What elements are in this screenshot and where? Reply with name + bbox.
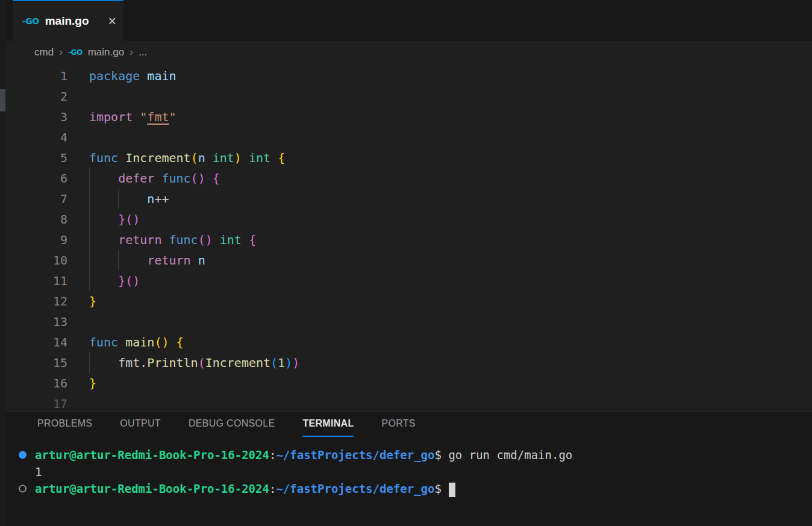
- terminal-text: artur@artur-Redmi-Book-Pro-16-2024: [35, 448, 269, 462]
- code-line[interactable]: 3import "fmt": [0, 107, 812, 127]
- line-number[interactable]: 10: [0, 250, 67, 271]
- line-number[interactable]: 15: [0, 352, 67, 373]
- terminal-text: :: [269, 448, 276, 462]
- code-line[interactable]: 1package main: [0, 66, 812, 86]
- terminal-line[interactable]: 1: [0, 463, 812, 480]
- code-line[interactable]: 13: [0, 312, 812, 332]
- panel-tab-terminal[interactable]: TERMINAL: [302, 412, 354, 437]
- code-text: fmt.Println(Increment(1)): [89, 352, 299, 373]
- terminal-text: ~/fastProjects/defer_go: [276, 448, 434, 462]
- line-number[interactable]: 8: [0, 209, 67, 230]
- go-file-icon: -GO: [22, 16, 39, 26]
- indent-guide: [118, 250, 119, 271]
- code-token: ++: [154, 192, 169, 206]
- terminal-cursor: [449, 483, 455, 497]
- go-file-icon: -GO: [68, 48, 83, 57]
- code-token: ): [285, 355, 292, 370]
- code-token: package: [89, 69, 140, 83]
- code-line[interactable]: 5func Increment(n int) int {: [0, 148, 812, 168]
- indent-guide: [89, 209, 90, 230]
- code-token: Increment: [125, 151, 190, 165]
- code-token: ": [140, 110, 147, 124]
- line-number[interactable]: 17: [0, 393, 67, 411]
- breadcrumb-item-file[interactable]: main.go: [88, 46, 124, 58]
- command-decoration-icon[interactable]: [19, 451, 27, 459]
- vscode-window: -GO main.go × cmd › -GO main.go › ... 1p…: [0, 0, 812, 526]
- code-line[interactable]: 11 }(): [0, 271, 812, 291]
- terminal[interactable]: artur@artur-Redmi-Book-Pro-16-2024:~/fas…: [0, 437, 812, 497]
- code-line[interactable]: 8 }(): [0, 209, 812, 230]
- panel-tab-debug-console[interactable]: DEBUG CONSOLE: [189, 412, 275, 437]
- code-line[interactable]: 2: [0, 86, 812, 107]
- chevron-right-icon: ›: [59, 46, 63, 58]
- code-token: [191, 253, 198, 268]
- code-editor[interactable]: 1package main23import "fmt"45func Increm…: [0, 63, 812, 411]
- code-token: {: [213, 171, 220, 186]
- breadcrumb-item-symbols[interactable]: ...: [139, 46, 147, 58]
- tab-label: main.go: [45, 14, 89, 28]
- line-number[interactable]: 6: [0, 168, 67, 189]
- terminal-text: :: [269, 482, 276, 495]
- line-number[interactable]: 13: [0, 312, 67, 332]
- line-number[interactable]: 4: [0, 127, 67, 148]
- code-token: }: [89, 294, 96, 308]
- indent-guide: [89, 271, 90, 291]
- line-number[interactable]: 12: [0, 291, 67, 312]
- tab-main-go[interactable]: -GO main.go ×: [13, 0, 123, 41]
- code-line[interactable]: 10 return n: [0, 250, 812, 271]
- code-text: package main: [89, 66, 176, 86]
- panel-tab-ports[interactable]: PORTS: [381, 412, 415, 437]
- code-token: [270, 151, 278, 165]
- terminal-text: artur@artur-Redmi-Book-Pro-16-2024: [35, 482, 269, 495]
- code-token: return: [147, 253, 190, 268]
- code-token: 1: [278, 355, 285, 370]
- code-line[interactable]: 9 return func() int {: [0, 230, 812, 250]
- line-number[interactable]: 1: [0, 66, 67, 86]
- breadcrumb-item-folder[interactable]: cmd: [34, 46, 54, 58]
- line-number[interactable]: 11: [0, 271, 67, 291]
- code-line[interactable]: 17: [0, 393, 812, 411]
- terminal-text: ~/fastProjects/defer_go: [276, 482, 434, 495]
- code-token: func: [169, 233, 198, 247]
- code-line[interactable]: 6 defer func() {: [0, 168, 812, 189]
- code-line[interactable]: 14func main() {: [0, 332, 812, 352]
- sash-handle[interactable]: [0, 89, 5, 111]
- editor-tab-bar: -GO main.go ×: [0, 0, 812, 41]
- line-number[interactable]: 3: [0, 107, 67, 127]
- code-token: int: [213, 151, 234, 165]
- terminal-line[interactable]: artur@artur-Redmi-Book-Pro-16-2024:~/fas…: [0, 446, 812, 463]
- indent-guide: [89, 250, 90, 271]
- line-number[interactable]: 16: [0, 373, 67, 393]
- code-token: Increment: [205, 355, 270, 370]
- code-token: int: [249, 151, 270, 165]
- close-icon[interactable]: ×: [108, 14, 116, 28]
- code-token: }(): [118, 212, 140, 227]
- terminal-text: $: [435, 448, 442, 462]
- line-number[interactable]: 5: [0, 148, 67, 168]
- code-token: (): [154, 335, 169, 349]
- line-number[interactable]: 9: [0, 230, 67, 250]
- code-token: (: [191, 151, 198, 165]
- panel-tab-output[interactable]: OUTPUT: [120, 412, 161, 437]
- code-token: [118, 151, 125, 165]
- code-line[interactable]: 12}: [0, 291, 812, 312]
- code-token: [89, 274, 118, 288]
- code-token: main: [125, 335, 154, 349]
- code-token: [89, 212, 118, 227]
- terminal-line[interactable]: artur@artur-Redmi-Book-Pro-16-2024:~/fas…: [0, 480, 812, 497]
- panel-tab-problems[interactable]: PROBLEMS: [37, 412, 92, 437]
- code-token: [154, 171, 161, 186]
- command-decoration-icon[interactable]: [19, 485, 27, 493]
- code-line[interactable]: 15 fmt.Println(Increment(1)): [0, 352, 812, 373]
- code-line[interactable]: 7 n++: [0, 189, 812, 209]
- code-line[interactable]: 16}: [0, 373, 812, 393]
- chevron-right-icon: ›: [130, 46, 133, 58]
- code-token: ): [234, 151, 242, 165]
- code-token: func: [161, 171, 190, 186]
- code-text: defer func() {: [89, 168, 220, 189]
- line-number[interactable]: 7: [0, 189, 67, 209]
- line-number[interactable]: 2: [0, 86, 67, 107]
- code-line[interactable]: 4: [0, 127, 812, 148]
- code-token: [169, 335, 176, 349]
- line-number[interactable]: 14: [0, 332, 67, 352]
